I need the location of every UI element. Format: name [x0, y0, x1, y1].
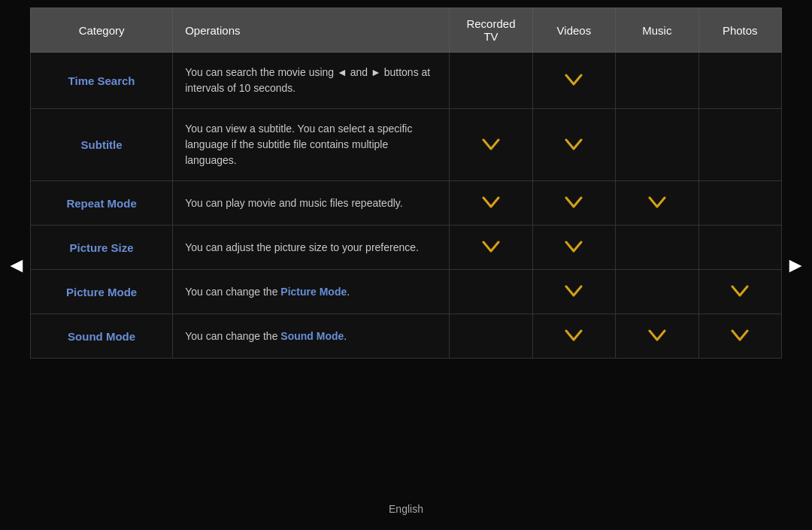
check-photos-row-4 [698, 270, 781, 314]
table-row: Picture SizeYou can adjust the picture s… [31, 226, 782, 270]
header-music: Music [616, 8, 698, 53]
operations-cell: You can change the Sound Mode. [173, 314, 450, 359]
category-cell: Time Search [31, 53, 173, 109]
table-row: Picture ModeYou can change the Picture M… [31, 270, 782, 314]
check-videos-row-0 [532, 53, 615, 109]
check-recorded-tv-row-5 [450, 314, 532, 359]
table-row: Repeat ModeYou can play movie and music … [31, 181, 782, 226]
checkmark-icon [565, 326, 583, 346]
operations-cell: You can change the Picture Mode. [173, 270, 450, 314]
operations-cell: You can adjust the picture size to your … [173, 226, 450, 270]
checkmark-icon [482, 135, 500, 155]
check-music-row-4 [616, 270, 698, 314]
operations-highlight: Picture Mode [280, 286, 347, 298]
check-recorded-tv-row-3 [450, 226, 532, 270]
check-photos-row-2 [698, 181, 781, 226]
check-music-row-0 [616, 53, 698, 109]
operations-cell: You can view a subtitle. You can select … [173, 109, 450, 181]
check-recorded-tv-row-1 [450, 109, 532, 181]
check-videos-row-3 [532, 226, 615, 270]
check-photos-row-1 [698, 109, 781, 181]
footer-language: English [0, 503, 812, 515]
category-cell: Repeat Mode [31, 181, 173, 226]
nav-right-arrow[interactable]: ► [785, 253, 806, 277]
checkmark-icon [731, 326, 749, 346]
nav-left-arrow[interactable]: ◄ [6, 253, 27, 277]
check-music-row-3 [616, 226, 698, 270]
checkmark-icon [482, 193, 500, 213]
check-music-row-5 [616, 314, 698, 359]
checkmark-icon [565, 193, 583, 213]
header-photos: Photos [698, 8, 781, 53]
check-music-row-2 [616, 181, 698, 226]
operations-highlight: Sound Mode [280, 330, 344, 342]
table-row: Sound ModeYou can change the Sound Mode. [31, 314, 782, 359]
category-cell: Sound Mode [31, 314, 173, 359]
operations-cell: You can play movie and music files repea… [173, 181, 450, 226]
main-table-container: Category Operations RecordedTV Videos Mu… [30, 8, 782, 359]
check-recorded-tv-row-0 [450, 53, 532, 109]
checkmark-icon [648, 326, 666, 346]
checkmark-icon [482, 238, 500, 257]
header-recorded-tv: RecordedTV [450, 8, 532, 53]
table-row: SubtitleYou can view a subtitle. You can… [31, 109, 782, 181]
checkmark-icon [565, 238, 583, 257]
header-category: Category [31, 8, 173, 53]
checkmark-icon [565, 71, 583, 90]
table-row: Time SearchYou can search the movie usin… [31, 53, 782, 109]
operations-cell: You can search the movie using ◄ and ► b… [173, 53, 450, 109]
check-photos-row-3 [698, 226, 781, 270]
checkmark-icon [731, 282, 749, 301]
header-videos: Videos [532, 8, 615, 53]
checkmark-icon [648, 193, 666, 213]
check-videos-row-2 [532, 181, 615, 226]
checkmark-icon [565, 282, 583, 301]
category-cell: Picture Mode [31, 270, 173, 314]
check-videos-row-1 [532, 109, 615, 181]
check-recorded-tv-row-4 [450, 270, 532, 314]
header-operations: Operations [173, 8, 450, 53]
check-recorded-tv-row-2 [450, 181, 532, 226]
category-cell: Picture Size [31, 226, 173, 270]
checkmark-icon [565, 135, 583, 155]
check-videos-row-4 [532, 270, 615, 314]
check-music-row-1 [616, 109, 698, 181]
category-cell: Subtitle [31, 109, 173, 181]
features-table: Category Operations RecordedTV Videos Mu… [30, 8, 782, 359]
check-videos-row-5 [532, 314, 615, 359]
check-photos-row-0 [698, 53, 781, 109]
check-photos-row-5 [698, 314, 781, 359]
